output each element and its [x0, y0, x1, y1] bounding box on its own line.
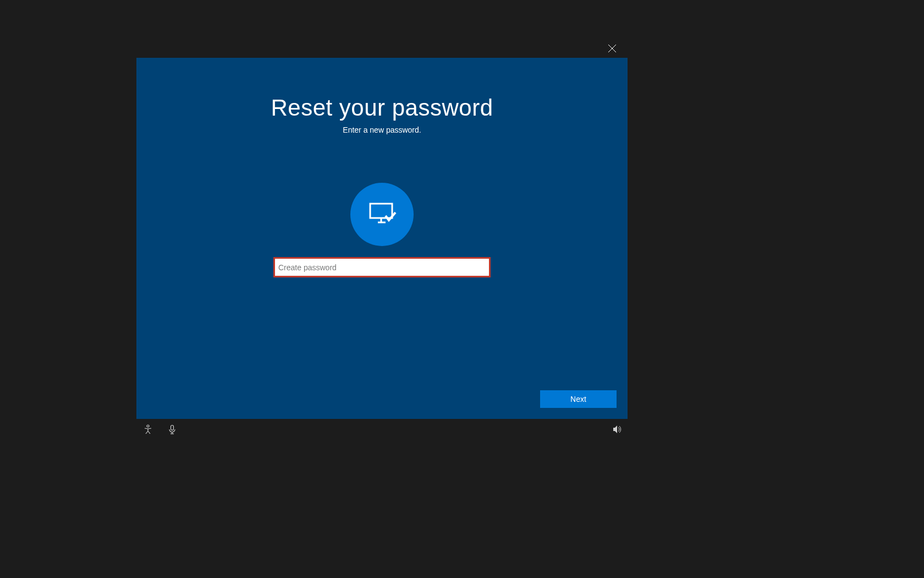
svg-point-5 — [147, 425, 149, 427]
volume-icon — [612, 424, 622, 437]
svg-rect-2 — [370, 204, 392, 218]
volume-button[interactable] — [612, 426, 622, 435]
create-password-input[interactable] — [275, 259, 489, 276]
ease-of-access-button[interactable] — [143, 426, 153, 435]
password-input-highlight — [273, 257, 491, 277]
page-subtitle: Enter a new password. — [136, 126, 628, 134]
microphone-icon — [167, 424, 177, 437]
svg-rect-6 — [171, 426, 174, 430]
close-icon — [608, 44, 617, 55]
svg-marker-9 — [613, 426, 617, 433]
page-title: Reset your password — [136, 95, 628, 121]
ease-of-access-icon — [143, 424, 153, 437]
monitor-check-icon — [367, 198, 398, 231]
next-button[interactable]: Next — [540, 390, 617, 408]
microphone-button[interactable] — [167, 426, 177, 435]
close-button[interactable] — [606, 43, 619, 56]
reset-password-panel: Reset your password Enter a new password… — [136, 58, 628, 419]
bottom-toolbar — [136, 422, 628, 439]
account-avatar — [350, 183, 414, 246]
